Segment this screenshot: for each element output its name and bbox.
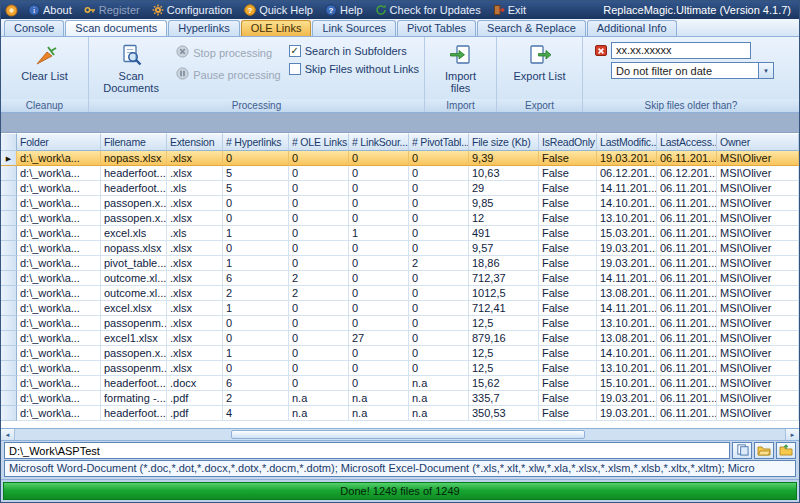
- table-cell[interactable]: 14.11.201...: [597, 271, 657, 286]
- search-subfolders-checkbox[interactable]: ✓ Search in Subfolders: [289, 45, 419, 57]
- table-cell[interactable]: 0: [409, 166, 469, 181]
- table-cell[interactable]: 0: [223, 241, 289, 256]
- table-cell[interactable]: .xlsx: [167, 361, 223, 376]
- pause-processing-button[interactable]: Pause processing: [176, 67, 280, 83]
- table-cell[interactable]: 0: [289, 196, 349, 211]
- table-cell[interactable]: .xlsx: [167, 151, 223, 166]
- table-cell[interactable]: 0: [349, 166, 409, 181]
- table-cell[interactable]: MSI\Oliver: [717, 181, 799, 196]
- tab-ole-links[interactable]: OLE Links: [241, 20, 312, 36]
- table-cell[interactable]: d:\_work\a...: [17, 196, 101, 211]
- table-cell[interactable]: False: [539, 271, 597, 286]
- table-cell[interactable]: n.a: [409, 391, 469, 406]
- table-cell[interactable]: 19.03.201...: [597, 256, 657, 271]
- table-cell[interactable]: 9,39: [469, 151, 539, 166]
- table-cell[interactable]: d:\_work\a...: [17, 301, 101, 316]
- table-cell[interactable]: 0: [409, 151, 469, 166]
- table-cell[interactable]: 0: [349, 241, 409, 256]
- table-cell[interactable]: 0: [349, 181, 409, 196]
- table-cell[interactable]: .xls: [167, 226, 223, 241]
- scroll-right-icon[interactable]: ►: [785, 429, 799, 440]
- table-row[interactable]: ▶d:\_work\a...nopass.xlsx.xlsx00009,39Fa…: [1, 151, 799, 166]
- table-cell[interactable]: .xlsx: [167, 286, 223, 301]
- table-cell[interactable]: headerfoot...: [101, 181, 167, 196]
- table-cell[interactable]: 0: [409, 286, 469, 301]
- table-cell[interactable]: n.a: [289, 406, 349, 421]
- table-cell[interactable]: 0: [349, 151, 409, 166]
- table-cell[interactable]: 2: [409, 256, 469, 271]
- table-cell[interactable]: 0: [289, 256, 349, 271]
- table-cell[interactable]: MSI\Oliver: [717, 151, 799, 166]
- table-cell[interactable]: 06.11.201...: [657, 361, 717, 376]
- table-cell[interactable]: 0: [409, 211, 469, 226]
- table-cell[interactable]: passopen.x...: [101, 211, 167, 226]
- table-cell[interactable]: formating -...: [101, 391, 167, 406]
- table-cell[interactable]: MSI\Oliver: [717, 241, 799, 256]
- table-cell[interactable]: 15,62: [469, 376, 539, 391]
- table-cell[interactable]: MSI\Oliver: [717, 376, 799, 391]
- file-type-filter[interactable]: Microsoft Word-Document (*.doc,*.dot,*.d…: [4, 460, 796, 477]
- table-cell[interactable]: MSI\Oliver: [717, 361, 799, 376]
- table-cell[interactable]: 13.10.201...: [597, 316, 657, 331]
- menu-quick-help[interactable]: ? Quick Help: [238, 1, 319, 19]
- table-cell[interactable]: False: [539, 256, 597, 271]
- table-row[interactable]: d:\_work\a...outcome.xl....xlsx22001012,…: [1, 286, 799, 301]
- table-cell[interactable]: 06.11.201...: [657, 376, 717, 391]
- table-cell[interactable]: 2: [223, 391, 289, 406]
- table-cell[interactable]: False: [539, 241, 597, 256]
- table-cell[interactable]: 0: [289, 316, 349, 331]
- table-cell[interactable]: 9,57: [469, 241, 539, 256]
- table-cell[interactable]: 0: [223, 316, 289, 331]
- table-row[interactable]: d:\_work\a...headerfoot....pdf4n.an.an.a…: [1, 406, 799, 421]
- table-cell[interactable]: False: [539, 346, 597, 361]
- tab-additional-info[interactable]: Additional Info: [587, 20, 677, 36]
- table-row[interactable]: d:\_work\a...headerfoot....xls500029Fals…: [1, 181, 799, 196]
- column-header[interactable]: Folder: [17, 133, 101, 151]
- table-cell[interactable]: MSI\Oliver: [717, 166, 799, 181]
- table-cell[interactable]: False: [539, 301, 597, 316]
- table-cell[interactable]: 335,7: [469, 391, 539, 406]
- table-cell[interactable]: 2: [289, 271, 349, 286]
- table-cell[interactable]: 5: [223, 181, 289, 196]
- menu-about[interactable]: i About: [22, 1, 78, 19]
- table-cell[interactable]: 14.10.201...: [597, 196, 657, 211]
- column-header[interactable]: Extension: [167, 133, 223, 151]
- table-cell[interactable]: d:\_work\a...: [17, 316, 101, 331]
- table-cell[interactable]: 19.03.201...: [597, 241, 657, 256]
- browse-folder-button[interactable]: [754, 442, 774, 459]
- table-cell[interactable]: 15.10.201...: [597, 376, 657, 391]
- table-cell[interactable]: headerfoot...: [101, 376, 167, 391]
- table-cell[interactable]: 06.11.201...: [657, 151, 717, 166]
- table-cell[interactable]: 06.11.201...: [657, 226, 717, 241]
- table-cell[interactable]: nopass.xlsx: [101, 241, 167, 256]
- table-cell[interactable]: .xlsx: [167, 301, 223, 316]
- table-cell[interactable]: 06.11.201...: [657, 331, 717, 346]
- menu-register[interactable]: Register: [78, 1, 146, 19]
- table-cell[interactable]: d:\_work\a...: [17, 211, 101, 226]
- table-cell[interactable]: 0: [349, 301, 409, 316]
- table-cell[interactable]: 06.11.201...: [657, 346, 717, 361]
- tab-link-sources[interactable]: Link Sources: [312, 20, 396, 36]
- table-cell[interactable]: 0: [349, 286, 409, 301]
- table-cell[interactable]: excel.xls: [101, 226, 167, 241]
- table-cell[interactable]: MSI\Oliver: [717, 286, 799, 301]
- menu-check-updates[interactable]: Check for Updates: [369, 1, 487, 19]
- table-cell[interactable]: 0: [289, 226, 349, 241]
- table-cell[interactable]: 1: [223, 226, 289, 241]
- table-cell[interactable]: False: [539, 151, 597, 166]
- table-row[interactable]: d:\_work\a...passopenm....xlsx000012,5Fa…: [1, 316, 799, 331]
- table-cell[interactable]: MSI\Oliver: [717, 301, 799, 316]
- table-cell[interactable]: 13.10.201...: [597, 211, 657, 226]
- table-cell[interactable]: False: [539, 331, 597, 346]
- table-cell[interactable]: d:\_work\a...: [17, 391, 101, 406]
- table-cell[interactable]: 15.03.201...: [597, 226, 657, 241]
- table-cell[interactable]: 712,41: [469, 301, 539, 316]
- table-cell[interactable]: 0: [289, 211, 349, 226]
- table-cell[interactable]: 0: [409, 346, 469, 361]
- table-cell[interactable]: 0: [409, 226, 469, 241]
- scroll-left-icon[interactable]: ◄: [1, 429, 15, 440]
- table-cell[interactable]: d:\_work\a...: [17, 376, 101, 391]
- table-cell[interactable]: .xlsx: [167, 241, 223, 256]
- table-cell[interactable]: 6: [223, 271, 289, 286]
- table-cell[interactable]: False: [539, 391, 597, 406]
